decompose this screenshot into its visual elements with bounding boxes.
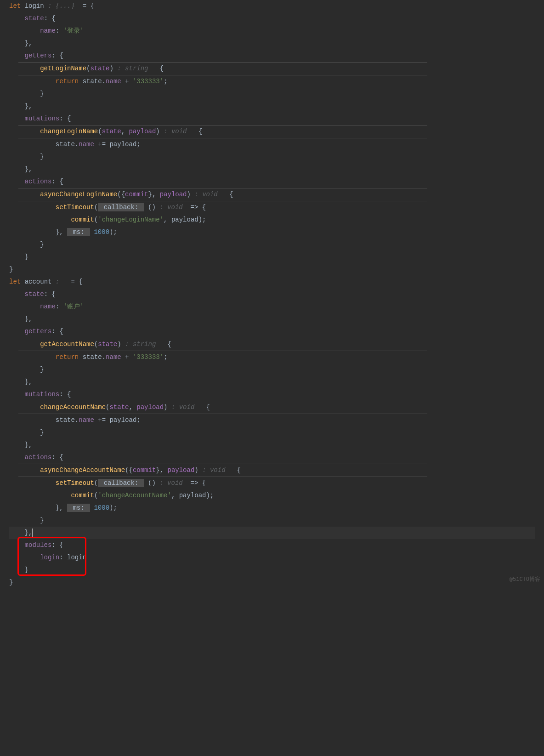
code-line: asyncChangeLoginName({commit}, payload) … [9,188,535,201]
code-line: }, [9,376,535,388]
code-line: name: '账户' [9,301,535,313]
code-line: }, [9,163,535,176]
code-line-cursor: }, [9,527,535,539]
code-line: } [9,576,535,589]
code-line: let login : {...} = { [9,0,535,12]
code-line: asyncChangeAccountName({commit}, payload… [9,464,535,477]
code-line: } [9,364,535,376]
code-line: } [9,263,535,276]
keyword-let: let [9,2,21,10]
code-editor[interactable]: let login : {...} = { state: { name: '登录… [0,0,544,589]
inline-hint-badge: callback: [98,479,144,487]
inline-hint-badge: ms: [67,228,90,236]
code-line: modules: { [9,539,535,551]
code-line: state: { [9,12,535,25]
code-line: } [9,88,535,100]
code-line: login: login [9,551,535,564]
code-line: actions: { [9,176,535,188]
code-line: } [9,251,535,263]
code-line: setTimeout( callback: () : void => { [9,477,535,489]
code-line: mutations: { [9,113,535,125]
code-line: commit('changeLoginName', payload); [9,214,535,226]
code-line: }, [9,313,535,325]
code-line: } [9,239,535,251]
code-line: actions: { [9,451,535,464]
code-line: }, [9,37,535,50]
code-line: }, [9,100,535,113]
code-line: return state.name + '333333'; [9,75,535,88]
code-line: commit('changeAccountName', payload); [9,489,535,502]
inline-hint-badge: ms: [67,504,90,512]
code-line: state: { [9,288,535,301]
code-line: state.name += payload; [9,414,535,426]
watermark-text: @51CTO博客 [510,574,540,586]
code-line: changeLoginName(state, payload) : void { [9,125,535,138]
code-line: }, ms: 1000); [9,502,535,514]
code-line: let account : = { [9,276,535,288]
code-line: } [9,426,535,439]
code-line: getLoginName(state) : string { [9,63,535,75]
code-line: } [9,564,535,576]
code-line: mutations: { [9,388,535,401]
code-line: }, ms: 1000); [9,226,535,239]
code-line: getAccountName(state) : string { [9,338,535,351]
code-line: } [9,514,535,527]
code-line: changeAccountName(state, payload) : void… [9,401,535,414]
code-line: } [9,151,535,163]
inline-hint-badge: callback: [98,203,144,211]
code-line: }, [9,439,535,451]
code-line: setTimeout( callback: () : void => { [9,201,535,214]
code-line: getters: { [9,50,535,62]
caret-icon [32,529,33,537]
code-line: name: '登录' [9,25,535,37]
code-line: getters: { [9,325,535,338]
code-line: return state.name + '333333'; [9,351,535,364]
code-line: state.name += payload; [9,138,535,151]
